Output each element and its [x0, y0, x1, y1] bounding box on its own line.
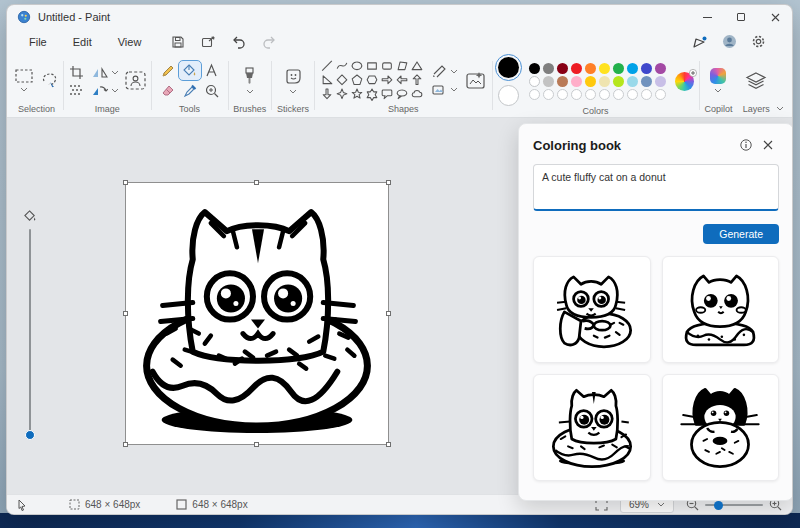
crop-icon[interactable] — [69, 65, 84, 80]
fill-tool[interactable] — [179, 61, 201, 80]
layers-icon[interactable] — [746, 72, 766, 90]
ribbon-collapse-chevron[interactable] — [776, 106, 784, 111]
color-swatch-b5e61d[interactable] — [613, 76, 624, 87]
color-swatch-empty[interactable] — [529, 89, 540, 100]
shape-diamond[interactable] — [335, 74, 350, 88]
title-bar[interactable]: Untitled - Paint — [7, 5, 792, 29]
shape-oval[interactable] — [350, 60, 365, 74]
color-swatch-empty[interactable] — [557, 89, 568, 100]
close-button[interactable] — [758, 5, 792, 29]
flip-icon[interactable] — [92, 66, 108, 79]
shape-fill-icon[interactable] — [432, 84, 447, 96]
brush-icon[interactable] — [243, 67, 256, 85]
color-swatch-ffe21f[interactable] — [599, 63, 610, 74]
outline-dropdown-chevron[interactable] — [450, 69, 458, 74]
info-button[interactable] — [735, 136, 757, 154]
shape-arrow-left[interactable] — [395, 74, 410, 88]
color-swatch-b97a57[interactable] — [557, 76, 568, 87]
color-swatch-ffc90e[interactable] — [585, 76, 596, 87]
cocreator-icon[interactable] — [465, 71, 487, 91]
menu-view[interactable]: View — [108, 33, 152, 51]
color-swatch-000000[interactable] — [529, 63, 540, 74]
primary-color-swatch[interactable] — [498, 57, 519, 78]
stickers-dropdown-chevron[interactable] — [289, 89, 297, 94]
rotate-icon[interactable] — [92, 84, 108, 97]
color-swatch-empty[interactable] — [543, 89, 554, 100]
rotate-dropdown-chevron[interactable] — [111, 88, 119, 93]
shape-curve[interactable] — [335, 60, 350, 74]
color-swatch-880015[interactable] — [557, 63, 568, 74]
color-swatch-efe4b0[interactable] — [599, 76, 610, 87]
color-swatch-7092be[interactable] — [641, 76, 652, 87]
canvas[interactable] — [125, 182, 389, 445]
dither-pattern-icon[interactable] — [69, 84, 84, 96]
prompt-input[interactable]: A cute fluffy cat on a donut — [533, 164, 779, 211]
color-swatch-c8bfe7[interactable] — [655, 76, 666, 87]
flip-dropdown-chevron[interactable] — [111, 70, 119, 75]
maximize-button[interactable] — [724, 5, 758, 29]
size-slider[interactable] — [17, 210, 43, 438]
shape-line[interactable] — [320, 60, 335, 74]
color-swatch-empty[interactable] — [641, 89, 652, 100]
minimize-button[interactable] — [690, 5, 724, 29]
color-swatch-empty[interactable] — [613, 89, 624, 100]
canvas-workspace[interactable]: Coloring book A cute fluffy cat on a don… — [7, 118, 792, 494]
shape-triangle[interactable] — [410, 60, 425, 74]
shape-arrow-down[interactable] — [320, 88, 335, 102]
pencil-tool[interactable] — [157, 61, 179, 80]
fill-dropdown-chevron[interactable] — [450, 87, 458, 92]
menu-edit[interactable]: Edit — [63, 33, 102, 51]
remove-background-icon[interactable] — [125, 71, 146, 90]
text-tool[interactable] — [201, 61, 223, 80]
share-preview-icon[interactable] — [692, 35, 708, 49]
size-slider-thumb[interactable] — [25, 430, 35, 440]
color-swatch-7f7f7f[interactable] — [543, 63, 554, 74]
shape-quadrilateral[interactable] — [395, 60, 410, 74]
selection-handle[interactable] — [386, 180, 391, 185]
shape-arrow-up[interactable] — [410, 74, 425, 88]
color-swatch-empty[interactable] — [571, 89, 582, 100]
selection-handle[interactable] — [386, 311, 391, 316]
color-swatch-ff7f27[interactable] — [585, 63, 596, 74]
thumbnail-3[interactable] — [533, 374, 651, 481]
color-swatch-empty[interactable] — [627, 89, 638, 100]
redo-icon[interactable] — [262, 35, 277, 49]
color-swatch-22b14c[interactable] — [613, 63, 624, 74]
thumbnail-4[interactable] — [662, 374, 780, 481]
thumbnail-1[interactable] — [533, 256, 651, 363]
shape-six-point-star[interactable] — [365, 88, 380, 102]
secondary-color-swatch[interactable] — [498, 85, 519, 106]
selection-handle[interactable] — [123, 311, 128, 316]
color-picker-tool[interactable] — [179, 81, 201, 100]
eraser-tool[interactable] — [157, 81, 179, 100]
save-icon[interactable] — [171, 35, 185, 49]
copilot-icon[interactable] — [710, 68, 726, 84]
taskbar[interactable] — [0, 513, 800, 528]
shape-rounded-rectangle[interactable] — [380, 60, 395, 74]
color-swatch-empty[interactable] — [599, 89, 610, 100]
rectangle-select-icon[interactable] — [15, 69, 33, 83]
color-swatch-empty[interactable] — [655, 89, 666, 100]
selection-handle[interactable] — [254, 180, 259, 185]
selection-dropdown-chevron[interactable] — [20, 87, 28, 92]
shape-outline-icon[interactable] — [432, 66, 447, 78]
color-swatch-ffaec9[interactable] — [571, 76, 582, 87]
color-swatch-empty[interactable] — [585, 89, 596, 100]
color-swatch-ed1c24[interactable] — [571, 63, 582, 74]
shape-right-triangle[interactable] — [320, 74, 335, 88]
settings-gear-icon[interactable] — [751, 34, 766, 49]
selection-handle[interactable] — [123, 442, 128, 447]
shape-oval-callout[interactable] — [395, 88, 410, 102]
menu-file[interactable]: File — [19, 33, 57, 51]
share-icon[interactable] — [201, 35, 215, 49]
zoom-slider-thumb[interactable] — [714, 501, 723, 510]
shape-five-point-star[interactable] — [350, 88, 365, 102]
magnifier-tool[interactable] — [201, 81, 223, 100]
brushes-dropdown-chevron[interactable] — [246, 89, 254, 94]
size-slider-track[interactable] — [29, 229, 31, 438]
color-swatch-3f48cc[interactable] — [641, 63, 652, 74]
thumbnail-2[interactable] — [662, 256, 780, 363]
shape-rectangle[interactable] — [365, 60, 380, 74]
color-swatch-c3c3c3[interactable] — [543, 76, 554, 87]
shape-four-point-star[interactable] — [335, 88, 350, 102]
